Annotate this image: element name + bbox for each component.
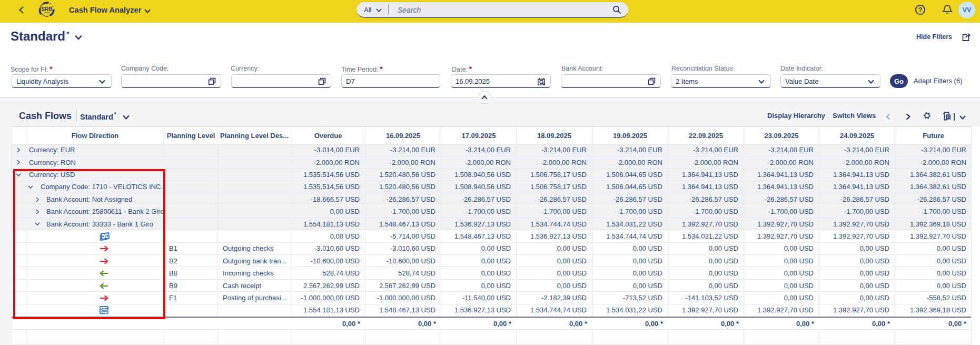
svg-text:?: ?: [918, 6, 923, 14]
svg-text:SRB: SRB: [41, 6, 53, 12]
